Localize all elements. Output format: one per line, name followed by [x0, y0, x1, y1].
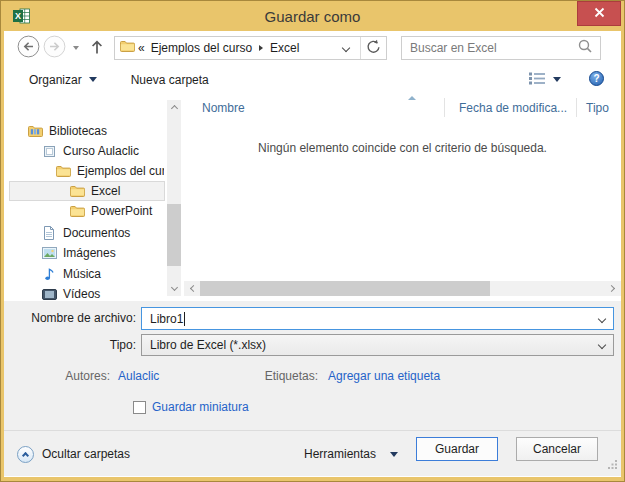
scroll-left-icon[interactable] — [184, 281, 200, 296]
titlebar[interactable]: X Guardar como — [4, 1, 621, 31]
address-bar[interactable]: « Ejemplos del curso Excel — [114, 36, 387, 60]
column-header-modified[interactable]: Fecha de modifica... — [459, 101, 567, 115]
folder-icon — [69, 185, 85, 197]
list-header: Nombre Fecha de modifica... Tipo — [184, 95, 621, 121]
sidebar-item-musica[interactable]: Música — [9, 264, 165, 284]
column-header-name[interactable]: Nombre — [202, 101, 245, 115]
change-view-button[interactable] — [529, 72, 561, 88]
refresh-button[interactable] — [366, 39, 381, 57]
sidebar-item-curso-aulaclic[interactable]: Curso Aulaclic — [9, 141, 165, 161]
help-icon: ? — [589, 75, 604, 89]
sidebar-item-label: Bibliotecas — [49, 124, 107, 138]
svg-text:?: ? — [593, 73, 599, 84]
tools-button[interactable]: Herramientas — [304, 431, 398, 477]
up-arrow-icon — [89, 38, 105, 58]
folder-icon — [69, 205, 85, 217]
empty-message: Ningún elemento coincide con el criterio… — [184, 141, 621, 155]
sidebar-item-label: Ejemplos del curs — [77, 164, 165, 178]
collapse-up-icon — [17, 446, 34, 463]
scrollbar-thumb[interactable] — [200, 281, 490, 296]
navigation-pane: Bibliotecas Curso Aulaclic Ejemplos del … — [9, 95, 165, 301]
cancel-label: Cancelar — [533, 442, 581, 456]
organize-label: Organizar — [29, 73, 82, 87]
filetype-select[interactable]: Libro de Excel (*.xlsx) — [141, 334, 614, 356]
forward-icon — [43, 35, 66, 61]
scrollbar-thumb[interactable] — [167, 204, 181, 266]
filetype-value: Libro de Excel (*.xlsx) — [150, 338, 266, 352]
text-caret — [184, 312, 185, 326]
dialog-body: « Ejemplos del curso Excel Buscar en Exc… — [4, 31, 621, 477]
document-icon — [41, 226, 57, 240]
scroll-down-icon[interactable] — [167, 282, 181, 296]
chevron-down-icon — [73, 46, 79, 50]
address-dropdown-icon[interactable] — [342, 43, 350, 51]
details-view-icon — [529, 72, 546, 88]
horizontal-scrollbar[interactable] — [184, 281, 621, 296]
new-folder-button[interactable]: Nueva carpeta — [131, 73, 209, 87]
search-placeholder: Buscar en Excel — [410, 41, 578, 55]
navigation-bar: « Ejemplos del curso Excel Buscar en Exc… — [4, 31, 621, 64]
sidebar-item-imagenes[interactable]: Imágenes — [9, 243, 165, 263]
breadcrumb-item[interactable]: Ejemplos del curso — [151, 41, 252, 55]
breadcrumb-separator-icon[interactable] — [259, 45, 263, 51]
resize-grip[interactable] — [608, 458, 617, 472]
sidebar-item-label: PowerPoint — [91, 204, 152, 218]
sidebar-item-bibliotecas[interactable]: Bibliotecas — [9, 121, 165, 141]
chevron-down-icon — [390, 452, 398, 457]
hide-folders-label: Ocultar carpetas — [42, 447, 130, 461]
column-header-type[interactable]: Tipo — [586, 101, 609, 115]
save-options-area: Nombre de archivo: Libro1 Tipo: Libro de… — [4, 301, 621, 430]
sidebar-item-excel[interactable]: Excel — [9, 181, 165, 201]
close-button[interactable] — [577, 1, 621, 26]
folder-icon — [55, 165, 71, 177]
forward-button[interactable] — [43, 35, 66, 61]
new-folder-label: Nueva carpeta — [131, 73, 209, 87]
sidebar-item-documentos[interactable]: Documentos — [9, 223, 165, 243]
sidebar-item-videos[interactable]: Vídeos — [9, 284, 165, 301]
help-button[interactable]: ? — [589, 71, 604, 89]
tags-label: Etiquetas: — [234, 369, 318, 383]
filetype-label: Tipo: — [4, 334, 136, 357]
sidebar-item-label: Curso Aulaclic — [63, 144, 139, 158]
tags-link[interactable]: Agregar una etiqueta — [328, 369, 440, 383]
filename-dropdown-icon[interactable] — [598, 314, 606, 322]
sidebar-item-powerpoint[interactable]: PowerPoint — [9, 201, 165, 221]
sidebar-item-label: Excel — [91, 184, 120, 198]
tools-label: Herramientas — [304, 447, 376, 461]
back-button[interactable] — [17, 35, 40, 61]
file-list: Nombre Fecha de modifica... Tipo Ningún … — [184, 95, 621, 301]
sort-ascending-icon — [408, 96, 416, 100]
sidebar-item-label: Imágenes — [63, 246, 116, 260]
filename-label: Nombre de archivo: — [4, 307, 136, 330]
authors-link[interactable]: Aulaclic — [118, 369, 159, 383]
sidebar-scrollbar[interactable] — [167, 100, 181, 296]
up-button[interactable] — [89, 38, 105, 58]
video-icon — [41, 289, 57, 300]
organize-button[interactable]: Organizar — [29, 73, 97, 87]
dialog-footer: Ocultar carpetas Herramientas Guardar Ca… — [4, 430, 621, 476]
save-thumbnail-checkbox[interactable] — [133, 401, 146, 414]
scroll-right-icon[interactable] — [605, 281, 621, 296]
scroll-up-icon[interactable] — [167, 100, 181, 114]
hide-folders-button[interactable]: Ocultar carpetas — [17, 431, 130, 477]
filename-input[interactable]: Libro1 — [141, 307, 614, 330]
search-input[interactable]: Buscar en Excel — [401, 36, 601, 60]
breadcrumb-overflow[interactable]: « — [138, 41, 145, 55]
breadcrumb-item[interactable]: Excel — [270, 41, 299, 55]
sidebar-item-ejemplos-del-curso[interactable]: Ejemplos del curs — [9, 161, 165, 181]
column-divider[interactable] — [444, 98, 445, 117]
save-button[interactable]: Guardar — [416, 437, 498, 461]
close-icon — [594, 7, 605, 21]
cancel-button[interactable]: Cancelar — [516, 437, 598, 461]
column-divider[interactable] — [576, 98, 577, 117]
filetype-dropdown-icon[interactable] — [598, 341, 606, 349]
filename-value: Libro1 — [150, 312, 183, 326]
libraries-icon — [27, 125, 43, 137]
save-thumbnail-option: Guardar miniatura — [133, 400, 249, 414]
music-icon — [41, 267, 57, 281]
recent-locations-button[interactable] — [73, 46, 79, 50]
save-thumbnail-label: Guardar miniatura — [152, 400, 249, 414]
command-toolbar: Organizar Nueva carpeta ? — [4, 64, 621, 95]
refresh-icon — [366, 39, 381, 57]
image-icon — [41, 247, 57, 259]
